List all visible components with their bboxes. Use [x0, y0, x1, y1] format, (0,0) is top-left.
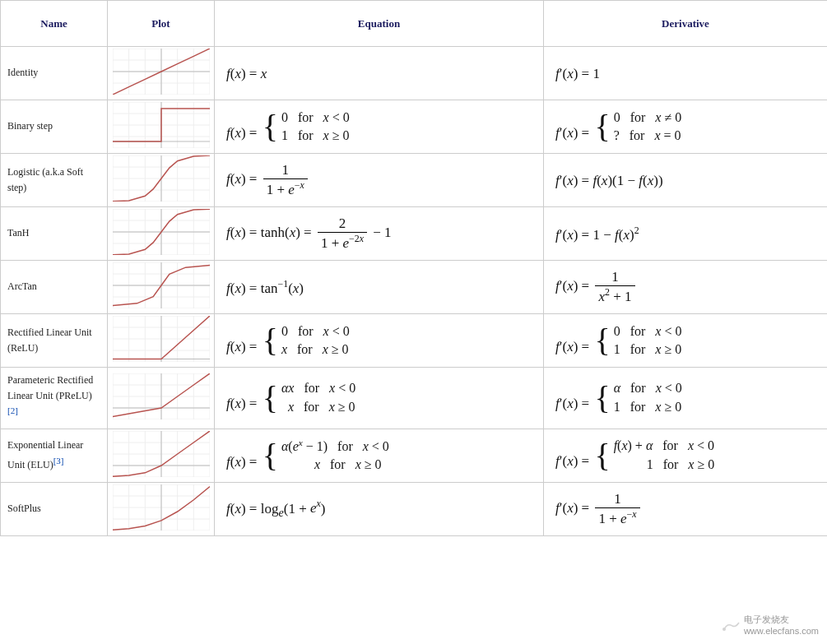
- function-name: Parameteric Rectified Linear Unit (PReLU…: [1, 368, 108, 429]
- header-equation: Equation: [215, 1, 544, 47]
- plot-cell: [108, 154, 215, 207]
- derivative-cell: f′(x) = 1 − f(x)2: [544, 207, 828, 261]
- function-name: Rectified Linear Unit (ReLU): [1, 314, 108, 368]
- plot-elu: [113, 431, 210, 477]
- equation-cell: f(x) = loge(1 + ex): [215, 482, 544, 535]
- function-name: SoftPlus: [1, 482, 108, 535]
- header-derivative: Derivative: [544, 1, 828, 47]
- table-row: Binary stepf(x) = {0 for x < 01 for x ≥ …: [1, 100, 828, 154]
- derivative-cell: f′(x) = 1: [544, 47, 828, 100]
- derivative-cell: f′(x) = f(x)(1 − f(x)): [544, 154, 828, 207]
- table-row: Rectified Linear Unit (ReLU)f(x) = {0 fo…: [1, 314, 828, 368]
- plot-cell: [108, 207, 215, 261]
- function-name: Binary step: [1, 100, 108, 154]
- reference-link[interactable]: [3]: [53, 456, 64, 466]
- table-row: SoftPlusf(x) = loge(1 + ex)f′(x) = 11 + …: [1, 482, 828, 535]
- plot-cell: [108, 261, 215, 314]
- derivative-cell: f′(x) = {f(x) + α for x < 0 1 for x ≥ 0: [544, 429, 828, 482]
- plot-softplus: [113, 484, 210, 530]
- derivative-cell: f′(x) = {α for x < 01 for x ≥ 0: [544, 368, 828, 429]
- derivative-cell: f′(x) = 1x2 + 1: [544, 261, 828, 314]
- derivative-cell: f′(x) = {0 for x ≠ 0? for x = 0: [544, 100, 828, 154]
- header-row: Name Plot Equation Derivative: [1, 1, 828, 47]
- derivative-cell: f′(x) = {0 for x < 01 for x ≥ 0: [544, 314, 828, 368]
- plot-step: [113, 102, 210, 148]
- plot-cell: [108, 368, 215, 429]
- plot-cell: [108, 47, 215, 100]
- function-name: TanH: [1, 207, 108, 261]
- equation-cell: f(x) = {0 for x < 01 for x ≥ 0: [215, 100, 544, 154]
- plot-cell: [108, 429, 215, 482]
- plot-cell: [108, 100, 215, 154]
- plot-cell: [108, 482, 215, 535]
- reference-link[interactable]: [2]: [7, 405, 18, 415]
- equation-cell: f(x) = {α(ex − 1) for x < 0 x for x ≥ 0: [215, 429, 544, 482]
- plot-identity: [113, 49, 210, 95]
- plot-tanh: [113, 209, 210, 255]
- function-name: Exponential Linear Unit (ELU)[3]: [1, 429, 108, 482]
- plot-relu: [113, 316, 210, 362]
- equation-cell: f(x) = {0 for x < 0x for x ≥ 0: [215, 314, 544, 368]
- header-name: Name: [1, 1, 108, 47]
- table-row: TanHf(x) = tanh(x) = 21 + e−2x − 1f′(x) …: [1, 207, 828, 261]
- equation-cell: f(x) = x: [215, 47, 544, 100]
- table-row: Parameteric Rectified Linear Unit (PReLU…: [1, 368, 828, 429]
- equation-cell: f(x) = {αx for x < 0 x for x ≥ 0: [215, 368, 544, 429]
- plot-sigmoid: [113, 155, 210, 202]
- equation-cell: f(x) = tanh(x) = 21 + e−2x − 1: [215, 207, 544, 261]
- table-row: Identityf(x) = xf′(x) = 1: [1, 47, 828, 100]
- table-row: Logistic (a.k.a Soft step)f(x) = 11 + e−…: [1, 154, 828, 207]
- plot-prelu: [113, 373, 210, 419]
- header-plot: Plot: [108, 1, 215, 47]
- function-name: Logistic (a.k.a Soft step): [1, 154, 108, 207]
- plot-arctan: [113, 262, 210, 308]
- table-row: Exponential Linear Unit (ELU)[3]f(x) = {…: [1, 429, 828, 482]
- table-row: ArcTanf(x) = tan−1(x)f′(x) = 1x2 + 1: [1, 261, 828, 314]
- activation-functions-table: Name Plot Equation Derivative Identityf(…: [0, 0, 827, 536]
- plot-cell: [108, 314, 215, 368]
- equation-cell: f(x) = tan−1(x): [215, 261, 544, 314]
- function-name: ArcTan: [1, 261, 108, 314]
- derivative-cell: f′(x) = 11 + e−x: [544, 482, 828, 535]
- function-name: Identity: [1, 47, 108, 100]
- equation-cell: f(x) = 11 + e−x: [215, 154, 544, 207]
